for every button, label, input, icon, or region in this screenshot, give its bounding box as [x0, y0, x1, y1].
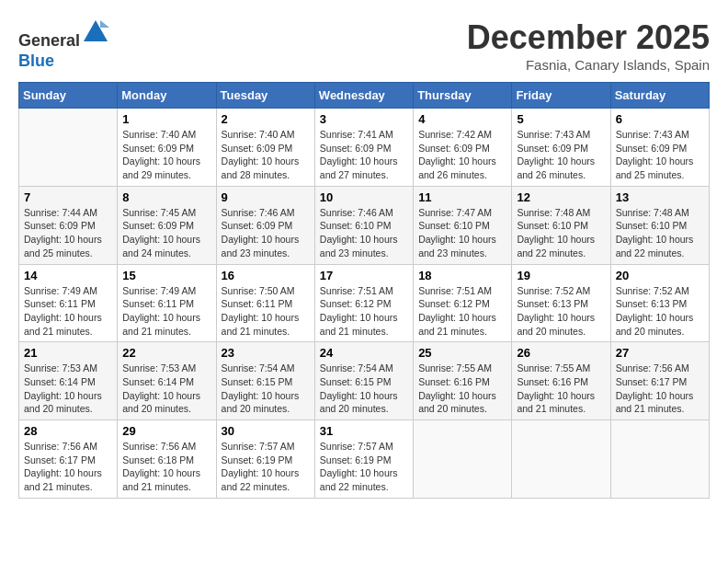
logo-icon: [82, 18, 109, 46]
day-number: 11: [418, 190, 506, 204]
day-number: 23: [222, 346, 310, 360]
day-number: 7: [24, 190, 112, 204]
cell-info: Sunrise: 7:45 AMSunset: 6:09 PMDaylight:…: [122, 206, 210, 260]
day-header-saturday: Saturday: [610, 83, 709, 109]
calendar-cell: 6Sunrise: 7:43 AMSunset: 6:09 PMDaylight…: [610, 109, 709, 187]
calendar-cell: 23Sunrise: 7:54 AMSunset: 6:15 PMDayligh…: [216, 342, 314, 420]
cell-info: Sunrise: 7:54 AMSunset: 6:15 PMDaylight:…: [222, 362, 310, 416]
calendar-cell: 22Sunrise: 7:53 AMSunset: 6:14 PMDayligh…: [118, 342, 216, 420]
day-number: 18: [418, 269, 506, 282]
page-header: General Blue December 2025 Fasnia, Canar…: [18, 18, 710, 73]
day-number: 14: [24, 269, 112, 282]
calendar-cell: 1Sunrise: 7:40 AMSunset: 6:09 PMDaylight…: [118, 109, 216, 187]
day-number: 31: [320, 424, 408, 438]
calendar-week-5: 28Sunrise: 7:56 AMSunset: 6:17 PMDayligh…: [19, 420, 710, 499]
cell-info: Sunrise: 7:52 AMSunset: 6:13 PMDaylight:…: [616, 284, 704, 339]
day-header-tuesday: Tuesday: [216, 83, 314, 109]
month-title: December 2025: [467, 18, 710, 57]
cell-info: Sunrise: 7:49 AMSunset: 6:11 PMDaylight:…: [24, 284, 112, 339]
cell-info: Sunrise: 7:50 AMSunset: 6:11 PMDaylight:…: [222, 284, 310, 339]
calendar-cell: 3Sunrise: 7:41 AMSunset: 6:09 PMDaylight…: [314, 109, 413, 187]
cell-info: Sunrise: 7:56 AMSunset: 6:17 PMDaylight:…: [616, 362, 704, 416]
calendar-cell: 15Sunrise: 7:49 AMSunset: 6:11 PMDayligh…: [118, 264, 216, 342]
day-header-wednesday: Wednesday: [314, 83, 413, 109]
calendar-cell: 27Sunrise: 7:56 AMSunset: 6:17 PMDayligh…: [610, 342, 709, 420]
calendar-cell: 9Sunrise: 7:46 AMSunset: 6:09 PMDaylight…: [216, 186, 314, 264]
logo-general: General: [18, 31, 80, 50]
day-header-friday: Friday: [512, 83, 610, 109]
cell-info: Sunrise: 7:56 AMSunset: 6:18 PMDaylight:…: [122, 440, 210, 494]
day-number: 29: [122, 424, 210, 438]
calendar-cell: 30Sunrise: 7:57 AMSunset: 6:19 PMDayligh…: [216, 420, 314, 499]
calendar-cell: 25Sunrise: 7:55 AMSunset: 6:16 PMDayligh…: [414, 342, 512, 420]
calendar-cell: 17Sunrise: 7:51 AMSunset: 6:12 PMDayligh…: [314, 264, 413, 342]
day-number: 3: [320, 112, 408, 126]
calendar-cell: 18Sunrise: 7:51 AMSunset: 6:12 PMDayligh…: [414, 264, 512, 342]
calendar-cell: 10Sunrise: 7:46 AMSunset: 6:10 PMDayligh…: [314, 186, 413, 264]
cell-info: Sunrise: 7:51 AMSunset: 6:12 PMDaylight:…: [320, 284, 408, 339]
calendar-cell: 26Sunrise: 7:55 AMSunset: 6:16 PMDayligh…: [512, 342, 610, 420]
cell-info: Sunrise: 7:55 AMSunset: 6:16 PMDaylight:…: [418, 362, 506, 416]
calendar-cell: 13Sunrise: 7:48 AMSunset: 6:10 PMDayligh…: [610, 186, 709, 264]
day-number: 20: [616, 269, 704, 282]
day-number: 22: [122, 346, 210, 360]
cell-info: Sunrise: 7:54 AMSunset: 6:15 PMDaylight:…: [320, 362, 408, 416]
day-number: 19: [517, 269, 605, 282]
day-number: 9: [222, 190, 310, 204]
cell-info: Sunrise: 7:51 AMSunset: 6:12 PMDaylight:…: [418, 284, 506, 339]
day-number: 30: [222, 424, 310, 438]
cell-info: Sunrise: 7:40 AMSunset: 6:09 PMDaylight:…: [122, 128, 210, 182]
calendar-cell: 5Sunrise: 7:43 AMSunset: 6:09 PMDaylight…: [512, 109, 610, 187]
days-header-row: SundayMondayTuesdayWednesdayThursdayFrid…: [19, 83, 710, 109]
calendar-cell: 4Sunrise: 7:42 AMSunset: 6:09 PMDaylight…: [414, 109, 512, 187]
day-number: 24: [320, 346, 408, 360]
day-number: 17: [320, 269, 408, 282]
cell-info: Sunrise: 7:44 AMSunset: 6:09 PMDaylight:…: [24, 206, 112, 260]
day-number: 6: [616, 112, 704, 126]
logo-blue: Blue: [18, 52, 54, 70]
day-header-sunday: Sunday: [19, 83, 118, 109]
calendar-cell: 8Sunrise: 7:45 AMSunset: 6:09 PMDaylight…: [118, 186, 216, 264]
calendar-cell: [610, 420, 709, 499]
calendar-cell: 11Sunrise: 7:47 AMSunset: 6:10 PMDayligh…: [414, 186, 512, 264]
cell-info: Sunrise: 7:57 AMSunset: 6:19 PMDaylight:…: [222, 440, 310, 494]
day-number: 10: [320, 190, 408, 204]
day-number: 12: [517, 190, 605, 204]
cell-info: Sunrise: 7:52 AMSunset: 6:13 PMDaylight:…: [517, 284, 605, 339]
calendar-cell: 29Sunrise: 7:56 AMSunset: 6:18 PMDayligh…: [118, 420, 216, 499]
day-number: 15: [122, 269, 210, 282]
title-block: December 2025 Fasnia, Canary Islands, Sp…: [467, 18, 710, 73]
cell-info: Sunrise: 7:41 AMSunset: 6:09 PMDaylight:…: [320, 128, 408, 182]
calendar-cell: 21Sunrise: 7:53 AMSunset: 6:14 PMDayligh…: [19, 342, 118, 420]
calendar-week-3: 14Sunrise: 7:49 AMSunset: 6:11 PMDayligh…: [19, 264, 710, 342]
calendar-cell: 20Sunrise: 7:52 AMSunset: 6:13 PMDayligh…: [610, 264, 709, 342]
cell-info: Sunrise: 7:48 AMSunset: 6:10 PMDaylight:…: [517, 206, 605, 260]
cell-info: Sunrise: 7:43 AMSunset: 6:09 PMDaylight:…: [517, 128, 605, 182]
calendar-cell: [512, 420, 610, 499]
cell-info: Sunrise: 7:47 AMSunset: 6:10 PMDaylight:…: [418, 206, 506, 260]
cell-info: Sunrise: 7:46 AMSunset: 6:10 PMDaylight:…: [320, 206, 408, 260]
calendar-cell: [19, 109, 118, 187]
calendar-cell: 7Sunrise: 7:44 AMSunset: 6:09 PMDaylight…: [19, 186, 118, 264]
calendar-cell: 16Sunrise: 7:50 AMSunset: 6:11 PMDayligh…: [216, 264, 314, 342]
day-header-monday: Monday: [118, 83, 216, 109]
calendar-cell: 28Sunrise: 7:56 AMSunset: 6:17 PMDayligh…: [19, 420, 118, 499]
day-number: 4: [418, 112, 506, 126]
cell-info: Sunrise: 7:56 AMSunset: 6:17 PMDaylight:…: [24, 440, 112, 494]
day-number: 16: [222, 269, 310, 282]
cell-info: Sunrise: 7:55 AMSunset: 6:16 PMDaylight:…: [517, 362, 605, 416]
calendar-cell: 12Sunrise: 7:48 AMSunset: 6:10 PMDayligh…: [512, 186, 610, 264]
day-number: 26: [517, 346, 605, 360]
calendar-cell: 2Sunrise: 7:40 AMSunset: 6:09 PMDaylight…: [216, 109, 314, 187]
cell-info: Sunrise: 7:53 AMSunset: 6:14 PMDaylight:…: [24, 362, 112, 416]
day-number: 21: [24, 346, 112, 360]
day-number: 5: [517, 112, 605, 126]
location: Fasnia, Canary Islands, Spain: [467, 57, 710, 73]
cell-info: Sunrise: 7:57 AMSunset: 6:19 PMDaylight:…: [320, 440, 408, 494]
cell-info: Sunrise: 7:53 AMSunset: 6:14 PMDaylight:…: [122, 362, 210, 416]
day-number: 13: [616, 190, 704, 204]
calendar-week-4: 21Sunrise: 7:53 AMSunset: 6:14 PMDayligh…: [19, 342, 710, 420]
calendar-cell: 19Sunrise: 7:52 AMSunset: 6:13 PMDayligh…: [512, 264, 610, 342]
cell-info: Sunrise: 7:43 AMSunset: 6:09 PMDaylight:…: [616, 128, 704, 182]
calendar-week-2: 7Sunrise: 7:44 AMSunset: 6:09 PMDaylight…: [19, 186, 710, 264]
